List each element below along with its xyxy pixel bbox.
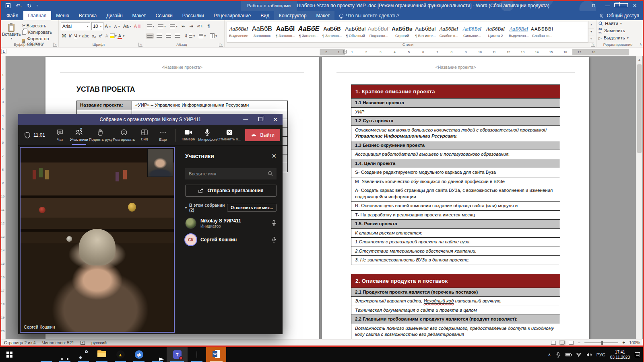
table-row[interactable]: Электронный вариант сайта, Исходный код … bbox=[351, 296, 560, 306]
numbering-button[interactable]: ▾ bbox=[157, 24, 167, 29]
teams-minimize-button[interactable]: — bbox=[243, 117, 248, 122]
grow-font-button[interactable]: А▲ bbox=[104, 23, 113, 29]
increase-indent-button[interactable]: ⇥ bbox=[188, 23, 194, 29]
taskbar-qbittorrent-button[interactable]: qb bbox=[130, 347, 148, 362]
style-item[interactable]: АаБбВвІЦитата 2 bbox=[484, 22, 507, 42]
font-size-combo[interactable]: 10▾ bbox=[91, 22, 103, 30]
strikethrough-button[interactable]: abc bbox=[81, 33, 91, 39]
styles-dialog-launcher[interactable]: ↘ bbox=[591, 43, 595, 47]
scrollbar-thumb[interactable] bbox=[637, 64, 642, 153]
font-dialog-launcher[interactable]: ↘ bbox=[138, 43, 142, 47]
close-button[interactable]: ✕ bbox=[628, 3, 642, 8]
battery-icon[interactable] bbox=[566, 353, 571, 356]
redo-button[interactable]: ↻ bbox=[27, 3, 31, 8]
justify-button[interactable] bbox=[174, 33, 182, 39]
speaker-icon[interactable] bbox=[586, 352, 592, 357]
microphone-tray-icon[interactable] bbox=[556, 352, 561, 358]
language-tray-indicator[interactable]: РУС bbox=[597, 352, 605, 357]
superscript-button[interactable]: х² bbox=[97, 33, 103, 39]
word-count[interactable]: Число слов: 521 bbox=[42, 340, 74, 345]
hidden-icons-chevron[interactable]: ∧ bbox=[548, 352, 551, 357]
tell-me-box[interactable]: Что вы хотите сделать? bbox=[334, 11, 404, 20]
save-icon[interactable] bbox=[6, 3, 10, 8]
taskbar-word-button[interactable]: W bbox=[206, 347, 226, 362]
teams-toolbar-react-button[interactable]: Реагировать bbox=[113, 125, 135, 145]
find-button[interactable]: Найти▾ bbox=[599, 21, 642, 26]
participant-search-box[interactable] bbox=[185, 168, 277, 179]
table-row[interactable]: УИР bbox=[351, 107, 560, 117]
shading-button[interactable]: ▾ bbox=[198, 33, 207, 39]
taskbar-teams-button[interactable]: T bbox=[167, 347, 188, 362]
language-indicator[interactable]: русский bbox=[91, 340, 107, 345]
web-layout-button[interactable] bbox=[569, 341, 574, 345]
table-row[interactable]: 2.Отсутствие материального обеспечения к… bbox=[351, 247, 560, 256]
leave-meeting-button[interactable]: Выйти bbox=[245, 129, 280, 141]
zoom-level[interactable]: 100% bbox=[629, 340, 640, 345]
teams-restore-button[interactable] bbox=[258, 117, 262, 122]
decrease-indent-button[interactable]: ⇤ bbox=[180, 23, 186, 29]
italic-button[interactable]: К bbox=[68, 33, 72, 39]
teams-toolbar-share-stop-button[interactable]: Отменить о... bbox=[217, 125, 242, 145]
borders-button[interactable]: ▾ bbox=[208, 33, 218, 39]
collapse-ribbon-button[interactable]: ∧ bbox=[639, 42, 642, 46]
action-center-icon[interactable] bbox=[635, 352, 640, 357]
proofing-errors-icon[interactable]: ✗ bbox=[80, 341, 85, 345]
ribbon-display-options-button[interactable]: ⊓ bbox=[587, 3, 601, 8]
table-row[interactable]: 1.Сложности с реализацией проекта на сай… bbox=[351, 237, 560, 247]
table-row[interactable]: 1.4. Цели проекта bbox=[351, 159, 560, 168]
read-mode-button[interactable] bbox=[551, 341, 556, 345]
send-invite-button[interactable]: Отправка приглашения bbox=[185, 185, 277, 197]
ribbon-tab-макет[interactable]: Макет bbox=[311, 11, 334, 20]
style-item[interactable]: ААББВВІСлабая сс... bbox=[530, 22, 554, 42]
teams-close-button[interactable]: ✕ bbox=[273, 116, 278, 123]
taskbar-steam-button[interactable] bbox=[74, 347, 93, 362]
teams-toolbar-people-button[interactable]: 2Участники bbox=[69, 125, 89, 145]
bold-button[interactable]: Ж bbox=[61, 33, 67, 39]
ribbon-tab-рассылки[interactable]: Рассылки bbox=[178, 11, 209, 20]
scroll-up-arrow[interactable]: ▲ bbox=[636, 56, 642, 62]
styles-more-button[interactable]: ⩛ bbox=[588, 35, 594, 43]
self-view-video-thumbnail[interactable] bbox=[147, 148, 173, 177]
table-row[interactable]: Техническая документация о сайте и проек… bbox=[351, 306, 560, 315]
table-row[interactable]: M- Увеличить количество обучающихся по д… bbox=[351, 177, 560, 186]
style-item[interactable]: АаБбВвСтрогий bbox=[390, 22, 414, 42]
ribbon-tab-вставка[interactable]: Вставка bbox=[74, 11, 102, 20]
teams-toolbar-mic-button[interactable]: Микрофон bbox=[198, 125, 217, 145]
ribbon-tab-главная[interactable]: Главная bbox=[23, 11, 52, 20]
style-item[interactable]: АаБбІ¶ Заголов... bbox=[274, 22, 297, 42]
change-case-button[interactable]: Аа▾ bbox=[122, 23, 132, 29]
styles-scroll-up[interactable]: ▲ bbox=[588, 21, 594, 29]
table-row[interactable]: A- Создать каркас веб страницы для сайта… bbox=[351, 186, 560, 201]
zoom-in-button[interactable]: + bbox=[622, 340, 625, 346]
teams-toolbar-chat-button[interactable]: Чат bbox=[51, 125, 69, 145]
teams-toolbar-more-button[interactable]: Еще bbox=[154, 125, 172, 145]
table-row[interactable]: 1.1 Название проекта bbox=[351, 98, 560, 107]
table-row[interactable]: 1.5. Риски проекта bbox=[351, 219, 560, 228]
taskbar-game-button[interactable] bbox=[188, 347, 206, 362]
shrink-font-button[interactable]: А▼ bbox=[113, 24, 122, 29]
ribbon-tab-файл[interactable]: Файл bbox=[2, 11, 23, 20]
ribbon-tab-вид[interactable]: Вид bbox=[256, 11, 274, 20]
table-row[interactable]: Возможность полного изменения его содерж… bbox=[351, 324, 560, 339]
styles-scroll-down[interactable]: ▼ bbox=[588, 29, 594, 36]
start-button[interactable] bbox=[0, 347, 19, 362]
document-page-right[interactable]: <Название проекта> 1. Краткое описание п… bbox=[322, 57, 589, 339]
text-effects-button[interactable]: А bbox=[104, 33, 109, 39]
zoom-out-button[interactable]: − bbox=[578, 340, 580, 346]
tab-stop-selector[interactable]: L bbox=[1, 49, 6, 54]
in-meeting-section[interactable]: ▾В этом собрании (2) bbox=[185, 203, 227, 212]
clipboard-dialog-launcher[interactable]: ↘ bbox=[53, 43, 57, 47]
search-input[interactable] bbox=[189, 171, 268, 176]
close-panel-icon[interactable]: ✕ bbox=[271, 152, 277, 160]
table-row[interactable]: 3. Не заинтересованность ВУЗа в данном п… bbox=[351, 255, 560, 265]
horizontal-ruler[interactable]: 21123456789101112131415161718 bbox=[320, 49, 629, 55]
align-center-button[interactable] bbox=[155, 33, 163, 39]
align-right-button[interactable] bbox=[165, 33, 172, 39]
table-row[interactable]: Ознакомление как можно большего количест… bbox=[351, 125, 560, 141]
font-name-combo[interactable]: Arial▾ bbox=[61, 22, 90, 30]
style-item[interactable]: АаБбВвІВыделение bbox=[227, 22, 250, 42]
style-item[interactable]: АаБбВвІ¶ Без инте... bbox=[414, 22, 437, 42]
style-item[interactable]: АаБбВ¶ Заголов... bbox=[320, 22, 344, 42]
table-row[interactable]: 1.2 Суть проекта bbox=[351, 116, 560, 125]
style-item[interactable]: АаБбВвІСильное... bbox=[460, 22, 484, 42]
